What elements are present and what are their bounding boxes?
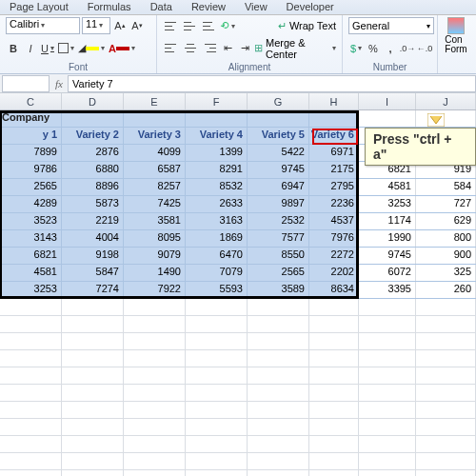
cell[interactable] (186, 367, 248, 384)
cell[interactable] (248, 385, 309, 401)
cell[interactable] (309, 419, 359, 435)
cell[interactable] (124, 299, 186, 315)
col-header[interactable]: G (248, 93, 309, 109)
cell[interactable] (359, 436, 416, 452)
cell[interactable]: 4289 (0, 196, 62, 212)
cell[interactable]: 7079 (186, 265, 248, 281)
cell[interactable] (62, 350, 124, 367)
cell[interactable] (309, 299, 359, 315)
shrink-font-button[interactable]: A▾ (129, 17, 145, 34)
cell[interactable]: 2219 (62, 213, 124, 229)
cell[interactable] (359, 316, 416, 332)
cell[interactable] (186, 419, 248, 435)
cell[interactable] (416, 453, 476, 469)
cell[interactable]: 6072 (359, 265, 416, 281)
cell[interactable]: 7577 (248, 230, 309, 247)
cell[interactable]: 7899 (0, 145, 62, 161)
cell[interactable] (0, 367, 62, 384)
name-box[interactable] (2, 75, 50, 92)
cell[interactable] (62, 385, 124, 401)
align-center-button[interactable] (182, 40, 199, 57)
col-header[interactable]: D (62, 93, 124, 109)
cell[interactable]: 3589 (248, 282, 309, 298)
cell[interactable] (248, 299, 309, 315)
cell[interactable] (416, 333, 476, 349)
cell[interactable] (416, 110, 476, 127)
increase-decimal-button[interactable]: .0→ (400, 40, 415, 57)
cell[interactable]: 5593 (186, 282, 248, 298)
cell[interactable] (309, 402, 359, 418)
cell[interactable]: 260 (416, 282, 476, 298)
cell[interactable]: 8550 (248, 248, 309, 264)
cell[interactable] (0, 299, 62, 315)
cell[interactable] (309, 385, 359, 401)
conditional-formatting-button[interactable]: Con Form (444, 17, 468, 54)
cell[interactable]: 8896 (62, 179, 124, 195)
cell[interactable]: 7922 (124, 282, 186, 298)
cell[interactable] (124, 333, 186, 349)
cell[interactable]: 4581 (359, 179, 416, 195)
cell[interactable]: 5873 (62, 196, 124, 212)
cell[interactable]: 6947 (248, 179, 309, 195)
cell[interactable]: 3163 (186, 213, 248, 229)
col-header[interactable]: C (0, 93, 62, 109)
cell[interactable] (62, 333, 124, 349)
cell[interactable]: 584 (416, 179, 476, 195)
cell[interactable]: y 1 (0, 128, 62, 144)
cell[interactable] (62, 316, 124, 332)
currency-button[interactable]: $ (348, 40, 364, 57)
cell[interactable] (359, 299, 416, 315)
cell[interactable]: Variety 3 (124, 128, 186, 144)
cell[interactable] (186, 110, 248, 127)
cell[interactable] (0, 316, 62, 332)
cell[interactable]: 4537 (309, 213, 359, 229)
cell[interactable]: 9079 (124, 248, 186, 264)
tab-data[interactable]: Data (141, 0, 182, 14)
cell[interactable]: 1174 (359, 213, 416, 229)
cell[interactable] (62, 402, 124, 418)
cell[interactable]: 5422 (248, 145, 309, 161)
cell[interactable] (248, 316, 309, 332)
cell[interactable] (248, 367, 309, 384)
cell[interactable]: 5847 (62, 265, 124, 281)
cell[interactable]: 2272 (309, 248, 359, 264)
cell[interactable]: 629 (416, 213, 476, 229)
cell[interactable] (416, 470, 476, 476)
cell[interactable]: 800 (416, 230, 476, 247)
align-top-button[interactable] (163, 17, 180, 34)
cell[interactable]: 6821 (0, 248, 62, 264)
align-middle-button[interactable] (182, 17, 199, 34)
wrap-text-button[interactable]: ↵Wrap Text (278, 20, 336, 32)
cell[interactable]: 1490 (124, 265, 186, 281)
cell[interactable]: Company (0, 110, 62, 127)
tab-page-layout[interactable]: Page Layout (0, 0, 78, 14)
font-size-select[interactable]: 11 (82, 17, 110, 34)
cell[interactable]: 2795 (309, 179, 359, 195)
cell[interactable] (309, 110, 359, 127)
cell[interactable] (248, 110, 309, 127)
cell[interactable]: 325 (416, 265, 476, 281)
merge-center-button[interactable]: ⊞Merge & Center (254, 37, 336, 60)
tab-developer[interactable]: Developer (277, 0, 344, 14)
formula-input[interactable]: Variety 7 (68, 75, 476, 92)
col-header[interactable]: H (309, 93, 359, 109)
cell[interactable]: 7425 (124, 196, 186, 212)
cell[interactable] (62, 110, 124, 127)
comma-button[interactable]: , (383, 40, 398, 57)
cell[interactable]: 2876 (62, 145, 124, 161)
grow-font-button[interactable]: A▴ (112, 17, 128, 34)
cell[interactable]: 8634 (309, 282, 359, 298)
cell[interactable] (62, 470, 124, 476)
align-left-button[interactable] (163, 40, 180, 57)
cell[interactable] (186, 299, 248, 315)
cell[interactable] (0, 402, 62, 418)
cell[interactable]: 1990 (359, 230, 416, 247)
underline-button[interactable]: U (40, 40, 55, 57)
cell[interactable]: 3581 (124, 213, 186, 229)
cell[interactable] (124, 419, 186, 435)
cell[interactable] (62, 299, 124, 315)
cell[interactable] (248, 402, 309, 418)
cell[interactable] (416, 436, 476, 452)
cell[interactable] (248, 436, 309, 452)
cell[interactable] (248, 453, 309, 469)
